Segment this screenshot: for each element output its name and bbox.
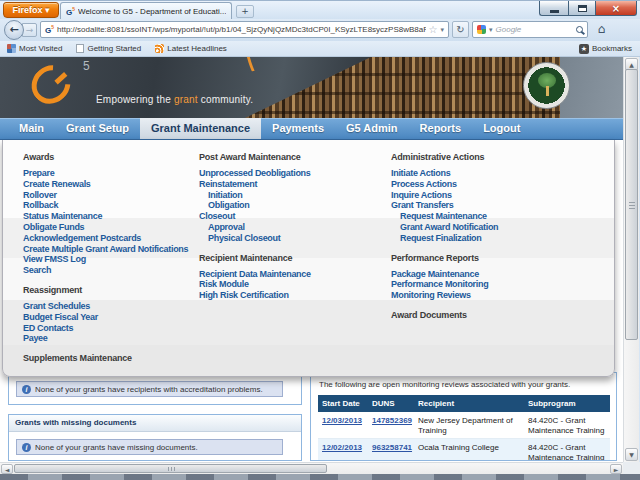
- info-message: i None of your grants have recipients wi…: [16, 381, 283, 397]
- vertical-scrollbar-thumb[interactable]: [625, 69, 638, 340]
- bookmark-getting-started[interactable]: Getting Started: [69, 44, 148, 53]
- url-dropdown-icon[interactable]: ▾: [440, 26, 444, 34]
- nav-reports[interactable]: Reports: [409, 118, 473, 139]
- menu-link-request-finalization[interactable]: Request Finalization: [400, 233, 498, 244]
- url-text[interactable]: http://sodalite:8081/ssoINT/wps/myportal…: [57, 25, 426, 34]
- menu-link-closeout-approval[interactable]: Approval: [208, 222, 311, 233]
- menu-link-prepare[interactable]: Prepare: [23, 168, 188, 179]
- nav-grant-maintenance[interactable]: Grant Maintenance: [140, 118, 261, 139]
- browser-tab[interactable]: G5 Welcome to G5 - Department of Educati…: [60, 2, 232, 20]
- chevron-down-icon: ▾: [45, 5, 50, 15]
- search-icon[interactable]: [576, 26, 583, 33]
- scroll-left-button[interactable]: ◄: [1, 464, 13, 474]
- nav-logout[interactable]: Logout: [472, 118, 531, 139]
- menu-header-supplements-maintenance: Supplements Maintenance: [23, 353, 188, 363]
- menu-link-obligate-funds[interactable]: Obligate Funds: [23, 222, 188, 233]
- menu-link-initiate-actions[interactable]: Initiate Actions: [391, 168, 498, 179]
- menu-link-budget-fiscal-year[interactable]: Budget Fiscal Year: [23, 312, 188, 323]
- table-row: 12/02/2013 963258741 Ocala Training Coll…: [318, 439, 610, 462]
- education-department-seal-icon: [523, 62, 570, 109]
- menu-link-performance-monitoring[interactable]: Performance Monitoring: [391, 279, 498, 290]
- menu-link-unprocessed-deobligations[interactable]: Unprocessed Deobligations: [199, 168, 311, 179]
- menu-header-awards: Awards: [23, 152, 188, 162]
- menu-link-package-maintenance[interactable]: Package Maintenance: [391, 269, 498, 280]
- info-message: i None of your grants have missing docum…: [16, 439, 283, 455]
- menu-link-reinstatement[interactable]: Reinstatement: [199, 179, 311, 190]
- g5-favicon: G5: [45, 24, 54, 35]
- nav-main[interactable]: Main: [8, 118, 55, 139]
- horizontal-scrollbar[interactable]: ◄ ►: [0, 462, 623, 474]
- horizontal-scrollbar-thumb[interactable]: [14, 464, 327, 473]
- menu-column-3: Administrative Actions Initiate Actions …: [391, 152, 498, 326]
- menu-header-recipient-maintenance: Recipient Maintenance: [199, 253, 311, 263]
- menu-link-monitoring-reviews[interactable]: Monitoring Reviews: [391, 290, 498, 301]
- menu-link-rollover[interactable]: Rollover: [23, 190, 188, 201]
- column-header-subprogram: Subprogram: [524, 395, 610, 412]
- menu-link-grant-award-notification[interactable]: Grant Award Notification: [400, 222, 498, 233]
- url-bar[interactable]: G5 http://sodalite:8081/ssoINT/wps/mypor…: [40, 21, 449, 38]
- nav-g5-admin[interactable]: G5 Admin: [335, 118, 409, 139]
- scroll-right-button[interactable]: ►: [610, 464, 622, 474]
- bookmark-latest-headlines[interactable]: Latest Headlines: [148, 44, 234, 53]
- menu-link-grant-schedules[interactable]: Grant Schedules: [23, 301, 188, 312]
- menu-link-ed-contacts[interactable]: ED Contacts: [23, 323, 188, 334]
- home-button[interactable]: ⌂: [592, 20, 611, 39]
- g5-logo-sup: 5: [83, 59, 90, 73]
- nav-payments[interactable]: Payments: [261, 118, 335, 139]
- menu-link-status-maintenance[interactable]: Status Maintenance: [23, 211, 188, 222]
- bookmarks-menu-button[interactable]: ★Bookmarks: [572, 44, 640, 54]
- menu-link-request-maintenance[interactable]: Request Maintenance: [400, 211, 498, 222]
- search-engine-dropdown-icon[interactable]: ▾: [489, 26, 493, 34]
- firefox-menu-button[interactable]: Firefox ▾: [3, 2, 59, 18]
- info-icon: i: [22, 385, 31, 394]
- search-placeholder[interactable]: Google: [496, 25, 573, 34]
- vertical-scrollbar[interactable]: ▲ ▼: [623, 57, 639, 462]
- bookmark-star-icon[interactable]: ☆: [429, 24, 438, 35]
- menu-link-create-renewals[interactable]: Create Renewals: [23, 179, 188, 190]
- menu-link-view-fmss-log[interactable]: View FMSS Log: [23, 254, 188, 265]
- window-controls: ×: [539, 1, 637, 16]
- menu-link-risk-module[interactable]: Risk Module: [199, 279, 311, 290]
- menu-link-high-risk-certification[interactable]: High Risk Certification: [199, 290, 311, 301]
- menu-link-acknowledgement-postcards[interactable]: Acknowledgement Postcards: [23, 233, 188, 244]
- menu-link-physical-closeout[interactable]: Physical Closeout: [208, 233, 311, 244]
- scroll-down-button[interactable]: ▼: [625, 448, 638, 461]
- page-icon: [76, 44, 84, 53]
- menu-link-recipient-data-maintenance[interactable]: Recipient Data Maintenance: [199, 269, 311, 280]
- restore-button[interactable]: [568, 1, 595, 16]
- menu-link-process-actions[interactable]: Process Actions: [391, 179, 498, 190]
- duns-link[interactable]: 963258741: [372, 443, 412, 452]
- menu-link-create-multiple-gan[interactable]: Create Multiple Grant Award Notification…: [23, 244, 188, 255]
- start-date-link[interactable]: 12/02/2013: [322, 443, 362, 452]
- new-tab-button[interactable]: +: [236, 5, 254, 18]
- minimize-button[interactable]: [539, 1, 568, 16]
- nav-grant-setup[interactable]: Grant Setup: [55, 118, 140, 139]
- forward-button[interactable]: →: [22, 23, 37, 37]
- accreditation-notice-text: None of your grants have recipients with…: [35, 385, 263, 394]
- menu-link-reinstatement-obligation[interactable]: Obligation: [208, 200, 311, 211]
- menu-link-search[interactable]: Search: [23, 265, 188, 276]
- menu-link-rollback[interactable]: Rollback: [23, 200, 188, 211]
- search-box[interactable]: ▾ Google: [472, 21, 588, 38]
- menu-link-inquire-actions[interactable]: Inquire Actions: [391, 190, 498, 201]
- recipient-cell: Ocala Training College: [414, 439, 524, 462]
- menu-link-grant-transfers[interactable]: Grant Transfers: [391, 200, 498, 211]
- bookmarks-icon: ★: [579, 44, 589, 54]
- close-button[interactable]: ×: [595, 1, 637, 16]
- table-header-row: Start Date DUNS Recipient Subprogram: [318, 395, 610, 412]
- minimize-icon: [550, 10, 559, 13]
- menu-link-closeout[interactable]: Closeout: [199, 211, 311, 222]
- bookmark-most-visited[interactable]: Most Visited: [0, 44, 69, 53]
- duns-link[interactable]: 147852369: [372, 416, 412, 425]
- start-date-link[interactable]: 12/03/2013: [322, 416, 362, 425]
- back-button[interactable]: ←: [4, 20, 24, 40]
- tab-title: Welcome to G5 - Department of Educati...: [78, 7, 226, 16]
- reload-button[interactable]: ↻: [452, 21, 469, 38]
- window-titlebar: Firefox ▾ G5 Welcome to G5 - Department …: [0, 0, 640, 19]
- missing-documents-header: Grants with missing documents: [9, 415, 301, 432]
- menu-column-2: Post Award Maintenance Unprocessed Deobl…: [199, 152, 311, 301]
- thumb-grip: [629, 202, 635, 209]
- menu-link-reinstatement-initiation[interactable]: Initiation: [208, 190, 311, 201]
- main-navigation: Main Grant Setup Grant Maintenance Payme…: [0, 118, 623, 140]
- menu-link-payee[interactable]: Payee: [23, 333, 188, 344]
